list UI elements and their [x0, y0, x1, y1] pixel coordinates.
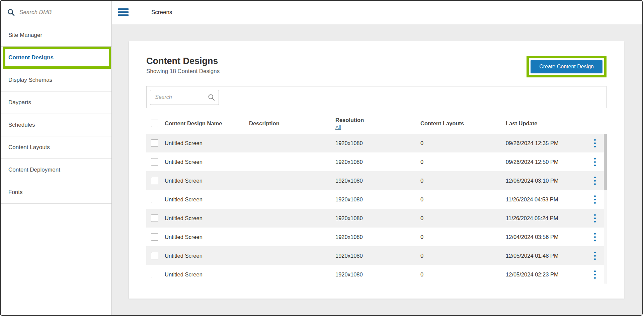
table-row[interactable]: Untitled Screen 1920x1080 0 11/26/2024 0…	[146, 209, 607, 228]
row-checkbox[interactable]	[151, 233, 158, 241]
row-actions-kebab-icon[interactable]	[591, 230, 599, 244]
row-actions-kebab-icon[interactable]	[591, 155, 599, 169]
cell-content-layouts: 0	[420, 196, 506, 203]
cell-resolution: 1920x1080	[335, 178, 420, 184]
create-content-design-button[interactable]: Create Content Design	[531, 60, 602, 73]
cell-last-update: 12/05/2024 02:23 PM	[506, 271, 583, 278]
column-header-resolution: Resolution All	[335, 117, 420, 130]
sidebar-item-label: Content Layouts	[8, 144, 50, 151]
row-actions-kebab-icon[interactable]	[591, 249, 599, 263]
sidebar-item-label: Schedules	[8, 122, 35, 128]
row-actions-kebab-icon[interactable]	[591, 174, 599, 188]
cell-name: Untitled Screen	[165, 253, 249, 259]
app-window: Site Manager Content Designs Display Sch…	[0, 0, 643, 316]
cell-last-update: 12/04/2024 03:56 PM	[506, 234, 583, 240]
content-title: Content Designs	[146, 56, 220, 66]
cell-content-layouts: 0	[420, 178, 506, 184]
sidebar-item[interactable]: Fonts	[1, 181, 111, 204]
table-row[interactable]: Untitled Screen 1920x1080 0 12/05/2024 0…	[146, 265, 607, 284]
search-icon	[208, 94, 215, 101]
sidebar-item[interactable]: Schedules	[1, 114, 111, 136]
cell-last-update: 12/06/2024 03:10 PM	[506, 178, 583, 184]
select-all-checkbox[interactable]	[151, 120, 158, 127]
cell-content-layouts: 0	[420, 159, 506, 165]
column-header-layouts[interactable]: Content Layouts	[420, 120, 506, 127]
table-row[interactable]: Untitled Screen 1920x1080 0 12/04/2024 0…	[146, 228, 607, 246]
sidebar-search-input[interactable]	[19, 9, 100, 16]
menu-toggle-button[interactable]	[112, 1, 135, 24]
sidebar-item-label: Content Deployment	[8, 167, 60, 173]
sidebar-item-label: Content Designs	[8, 54, 54, 61]
sidebar-item-label: Display Schemas	[8, 77, 52, 83]
content-designs-table: Content Design Name Description Resoluti…	[146, 113, 607, 284]
cell-resolution: 1920x1080	[335, 215, 420, 221]
cell-content-layouts: 0	[420, 253, 506, 259]
table-row[interactable]: Untitled Screen 1920x1080 0 09/26/2024 1…	[146, 152, 607, 171]
table-row[interactable]: Untitled Screen 1920x1080 0 11/26/2024 0…	[146, 190, 607, 209]
sidebar-item[interactable]: Content Layouts	[1, 136, 111, 159]
page-title: Screens	[151, 9, 172, 16]
sidebar-item[interactable]: Site Manager	[1, 24, 111, 47]
row-checkbox[interactable]	[151, 158, 158, 166]
sidebar-menu: Site Manager Content Designs Display Sch…	[1, 24, 111, 204]
table-scrollbar[interactable]	[604, 134, 607, 284]
cell-last-update: 09/26/2024 12:50 PM	[506, 159, 583, 165]
table-row[interactable]: Untitled Screen 1920x1080 0 12/05/2024 0…	[146, 246, 607, 265]
table-row[interactable]: Untitled Screen 1920x1080 0 12/06/2024 0…	[146, 171, 607, 190]
sidebar-item[interactable]: Display Schemas	[1, 69, 111, 91]
sidebar-item[interactable]: Content Designs	[1, 47, 111, 69]
cell-content-layouts: 0	[420, 271, 506, 278]
cell-last-update: 11/26/2024 05:24 PM	[506, 215, 583, 221]
cell-last-update: 12/05/2024 01:48 PM	[506, 253, 583, 259]
cell-content-layouts: 0	[420, 234, 506, 240]
cell-name: Untitled Screen	[165, 215, 249, 221]
sidebar: Site Manager Content Designs Display Sch…	[1, 1, 112, 315]
cell-resolution: 1920x1080	[335, 159, 420, 165]
cell-name: Untitled Screen	[165, 140, 249, 146]
sidebar-item[interactable]: Dayparts	[1, 91, 111, 114]
create-button-highlight: Create Content Design	[527, 56, 607, 77]
content-designs-card: Content Designs Showing 18 Content Desig…	[129, 41, 624, 299]
row-checkbox[interactable]	[151, 252, 158, 259]
resolution-filter-all-link[interactable]: All	[335, 124, 341, 130]
row-actions-kebab-icon[interactable]	[591, 267, 599, 281]
cell-resolution: 1920x1080	[335, 271, 420, 278]
main-area: Content Designs Showing 18 Content Desig…	[112, 24, 642, 315]
table-row[interactable]: Untitled Screen 1920x1080 0 09/26/2024 1…	[146, 134, 607, 152]
cell-name: Untitled Screen	[165, 178, 249, 184]
cell-resolution: 1920x1080	[335, 253, 420, 259]
row-checkbox[interactable]	[151, 139, 158, 147]
table-scrollbar-thumb[interactable]	[604, 134, 607, 190]
table-header-row: Content Design Name Description Resoluti…	[146, 113, 607, 134]
cell-content-layouts: 0	[420, 140, 506, 146]
card-header: Content Designs Showing 18 Content Desig…	[146, 56, 607, 77]
table-body: Untitled Screen 1920x1080 0 09/26/2024 1…	[146, 134, 607, 284]
sidebar-item[interactable]: Content Deployment	[1, 159, 111, 181]
cell-last-update: 09/26/2024 12:35 PM	[506, 140, 583, 146]
sidebar-search[interactable]	[1, 1, 111, 24]
card-title-block: Content Designs Showing 18 Content Desig…	[146, 56, 220, 75]
table-search	[150, 90, 219, 105]
row-checkbox[interactable]	[151, 196, 158, 203]
row-checkbox[interactable]	[151, 271, 158, 278]
row-checkbox[interactable]	[151, 214, 158, 222]
column-header-resolution-label[interactable]: Resolution	[335, 117, 420, 123]
column-header-last-update[interactable]: Last Update	[506, 120, 583, 127]
cell-last-update: 11/26/2024 04:53 PM	[506, 196, 583, 203]
cell-name: Untitled Screen	[165, 159, 249, 165]
sidebar-item-label: Site Manager	[8, 32, 42, 39]
column-header-name[interactable]: Content Design Name	[165, 120, 249, 127]
row-checkbox[interactable]	[151, 177, 158, 184]
row-actions-kebab-icon[interactable]	[591, 136, 599, 150]
cell-resolution: 1920x1080	[335, 140, 420, 146]
cell-name: Untitled Screen	[165, 196, 249, 203]
row-actions-kebab-icon[interactable]	[591, 211, 599, 225]
cell-resolution: 1920x1080	[335, 196, 420, 203]
search-icon	[7, 9, 15, 16]
cell-name: Untitled Screen	[165, 234, 249, 240]
content-subtitle: Showing 18 Content Designs	[146, 68, 220, 75]
cell-name: Untitled Screen	[165, 271, 249, 278]
row-actions-kebab-icon[interactable]	[591, 192, 599, 206]
column-header-description[interactable]: Description	[249, 120, 335, 127]
hamburger-icon	[118, 7, 129, 17]
